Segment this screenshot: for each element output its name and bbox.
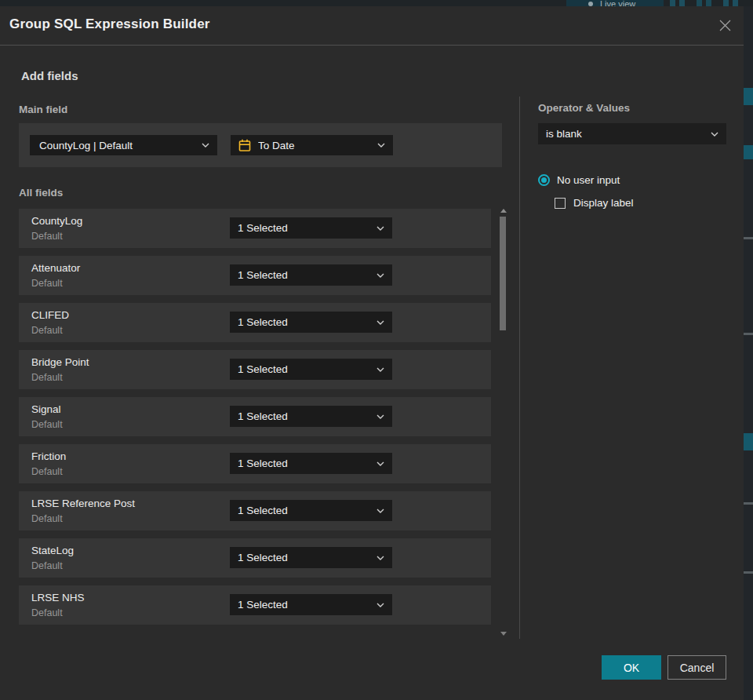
field-row: CountyLog Default 1 Selected bbox=[19, 209, 491, 248]
scroll-down-icon[interactable] bbox=[500, 632, 507, 636]
dialog-header: Group SQL Expression Builder bbox=[0, 6, 744, 45]
all-fields-list: CountyLog Default 1 Selected Attenuator … bbox=[19, 209, 491, 625]
chevron-down-icon bbox=[376, 320, 384, 325]
field-name: Attenuator bbox=[31, 262, 80, 274]
chevron-down-icon bbox=[711, 132, 718, 137]
field-row: StateLog Default 1 Selected bbox=[19, 538, 491, 578]
main-field-label: Main field bbox=[19, 104, 67, 115]
display-label-checkbox[interactable]: Display label bbox=[555, 197, 634, 209]
field-selection-dropdown[interactable]: 1 Selected bbox=[230, 312, 392, 333]
background-app-fragment bbox=[744, 145, 753, 159]
chevron-down-icon bbox=[376, 367, 384, 372]
field-subtitle: Default bbox=[31, 560, 63, 571]
operator-dropdown[interactable]: is blank bbox=[538, 123, 726, 144]
field-name: Bridge Point bbox=[31, 356, 89, 368]
background-toolbar-icon bbox=[723, 0, 729, 6]
checkbox-icon bbox=[555, 198, 566, 209]
field-selection-dropdown[interactable]: 1 Selected bbox=[230, 217, 392, 239]
field-selection-dropdown[interactable]: 1 Selected bbox=[230, 406, 392, 427]
background-app-right-strip bbox=[744, 6, 753, 700]
field-selection-dropdown[interactable]: 1 Selected bbox=[230, 359, 392, 380]
main-field-type-value: To Date bbox=[258, 140, 373, 151]
operator-values-label: Operator & Values bbox=[538, 102, 630, 114]
chevron-down-icon bbox=[376, 414, 384, 419]
field-subtitle: Default bbox=[31, 325, 63, 336]
field-selection-dropdown[interactable]: 1 Selected bbox=[230, 453, 392, 474]
dialog-title: Group SQL Expression Builder bbox=[9, 16, 210, 32]
background-app-fragment bbox=[744, 502, 753, 505]
field-selection-value: 1 Selected bbox=[238, 222, 372, 234]
main-field-dropdown-value: CountyLog | Default bbox=[39, 140, 197, 151]
calendar-icon bbox=[238, 139, 251, 152]
ok-button[interactable]: OK bbox=[602, 655, 661, 680]
chevron-down-icon bbox=[376, 509, 384, 513]
field-subtitle: Default bbox=[31, 372, 63, 383]
vertical-divider bbox=[519, 97, 520, 639]
header-divider bbox=[0, 45, 744, 46]
field-selection-value: 1 Selected bbox=[238, 410, 372, 422]
live-view-label: Live view bbox=[600, 0, 635, 6]
field-selection-dropdown[interactable]: 1 Selected bbox=[230, 594, 392, 615]
chevron-down-icon bbox=[376, 603, 384, 607]
field-subtitle: Default bbox=[31, 419, 63, 430]
close-icon bbox=[718, 19, 732, 32]
field-row: CLIFED Default 1 Selected bbox=[19, 303, 491, 342]
background-app-fragment bbox=[744, 237, 753, 239]
background-app-fragment bbox=[744, 88, 753, 105]
main-field-panel: CountyLog | Default To Date bbox=[19, 123, 502, 167]
field-name: Friction bbox=[31, 450, 66, 462]
field-selection-value: 1 Selected bbox=[238, 599, 372, 611]
chevron-down-icon bbox=[376, 461, 384, 466]
field-name: Signal bbox=[31, 403, 61, 415]
field-selection-dropdown[interactable]: 1 Selected bbox=[230, 500, 392, 521]
chevron-down-icon bbox=[376, 226, 384, 231]
field-row: Friction Default 1 Selected bbox=[19, 444, 491, 483]
no-user-input-label: No user input bbox=[557, 174, 620, 186]
background-toolbar-icon bbox=[670, 0, 675, 6]
field-selection-value: 1 Selected bbox=[238, 269, 372, 281]
field-subtitle: Default bbox=[31, 278, 63, 289]
field-row: Attenuator Default 1 Selected bbox=[19, 256, 491, 295]
field-row: LRSE NHS Default 1 Selected bbox=[19, 585, 491, 625]
no-user-input-radio[interactable]: No user input bbox=[538, 174, 620, 186]
close-button[interactable] bbox=[715, 16, 734, 35]
field-selection-dropdown[interactable]: 1 Selected bbox=[230, 547, 392, 568]
field-row: Bridge Point Default 1 Selected bbox=[19, 350, 491, 389]
background-app-top-strip: Live view bbox=[0, 0, 753, 6]
background-toolbar-icon bbox=[733, 0, 738, 6]
radio-icon bbox=[538, 174, 550, 186]
operator-dropdown-value: is blank bbox=[546, 128, 706, 140]
main-field-type-dropdown[interactable]: To Date bbox=[231, 135, 393, 155]
scrollbar-thumb[interactable] bbox=[500, 217, 506, 330]
group-sql-expression-builder-dialog: Group SQL Expression Builder Add fields … bbox=[0, 6, 744, 700]
chevron-down-icon bbox=[202, 143, 209, 148]
field-subtitle: Default bbox=[31, 513, 63, 524]
background-app-fragment bbox=[744, 571, 753, 574]
list-scrollbar[interactable] bbox=[498, 206, 508, 639]
field-selection-value: 1 Selected bbox=[238, 552, 372, 563]
live-view-button[interactable]: Live view bbox=[566, 0, 664, 6]
field-row: LRSE Reference Post Default 1 Selected bbox=[19, 491, 491, 530]
field-selection-value: 1 Selected bbox=[238, 363, 372, 375]
main-field-dropdown[interactable]: CountyLog | Default bbox=[30, 135, 217, 155]
field-name: StateLog bbox=[31, 545, 74, 556]
add-fields-heading: Add fields bbox=[21, 69, 78, 82]
field-selection-value: 1 Selected bbox=[238, 316, 372, 328]
chevron-down-icon bbox=[376, 556, 384, 560]
field-subtitle: Default bbox=[31, 231, 63, 242]
field-name: CLIFED bbox=[31, 309, 69, 321]
cancel-button[interactable]: Cancel bbox=[668, 655, 726, 680]
chevron-down-icon bbox=[377, 143, 385, 148]
field-selection-dropdown[interactable]: 1 Selected bbox=[230, 264, 392, 286]
field-subtitle: Default bbox=[31, 607, 63, 618]
background-toolbar-icon bbox=[679, 0, 685, 6]
background-app-fragment bbox=[744, 333, 753, 335]
chevron-down-icon bbox=[376, 273, 384, 278]
background-app-fragment bbox=[744, 433, 753, 450]
field-selection-value: 1 Selected bbox=[238, 458, 372, 469]
field-row: Signal Default 1 Selected bbox=[19, 397, 491, 436]
display-label-text: Display label bbox=[573, 197, 634, 209]
field-selection-value: 1 Selected bbox=[238, 505, 372, 516]
scroll-up-icon[interactable] bbox=[500, 209, 507, 213]
all-fields-label: All fields bbox=[19, 187, 63, 199]
